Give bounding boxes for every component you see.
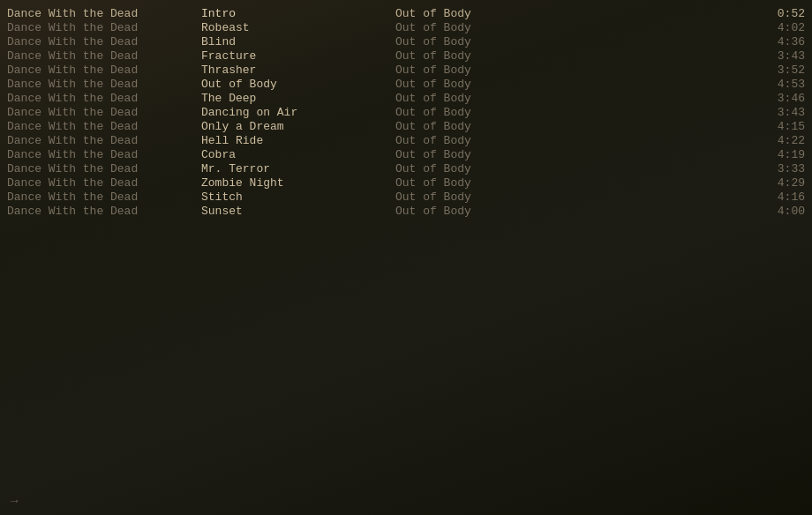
track-duration: 3:52 <box>752 63 805 78</box>
track-row[interactable]: Dance With the DeadSunsetOut of Body4:00 <box>0 205 812 219</box>
track-row[interactable]: Dance With the DeadThrasherOut of Body3:… <box>0 63 812 78</box>
track-artist: Dance With the Dead <box>7 106 201 120</box>
track-artist: Dance With the Dead <box>7 49 201 63</box>
track-duration: 3:43 <box>752 49 805 63</box>
track-duration: 4:00 <box>752 205 805 219</box>
track-artist: Dance With the Dead <box>7 120 201 134</box>
track-duration: 4:15 <box>752 120 805 134</box>
track-row[interactable]: Dance With the DeadStitchOut of Body4:16 <box>0 190 812 205</box>
track-row[interactable]: Dance With the DeadFractureOut of Body3:… <box>0 49 812 63</box>
track-row[interactable]: Dance With the DeadHell RideOut of Body4… <box>0 134 812 148</box>
track-row[interactable]: Dance With the DeadBlindOut of Body4:36 <box>0 35 812 49</box>
track-title: Robeast <box>201 21 395 35</box>
track-title: Cobra <box>201 148 395 162</box>
track-artist: Dance With the Dead <box>7 21 201 35</box>
track-title: Mr. Terror <box>201 162 395 176</box>
track-row[interactable]: Dance With the DeadDancing on AirOut of … <box>0 106 812 120</box>
track-artist: Dance With the Dead <box>7 134 201 148</box>
track-album: Out of Body <box>395 134 752 148</box>
track-row[interactable]: Dance With the DeadOut of BodyOut of Bod… <box>0 78 812 92</box>
track-album: Out of Body <box>395 176 752 190</box>
track-artist: Dance With the Dead <box>7 148 201 162</box>
track-duration: 4:29 <box>752 176 805 190</box>
track-artist: Dance With the Dead <box>7 176 201 190</box>
track-artist: Dance With the Dead <box>7 63 201 78</box>
track-title: Intro <box>201 7 395 21</box>
track-title: Dancing on Air <box>201 106 395 120</box>
track-title: The Deep <box>201 92 395 106</box>
track-title: Thrasher <box>201 63 395 78</box>
track-artist: Dance With the Dead <box>7 190 201 205</box>
track-duration: 4:36 <box>752 35 805 49</box>
track-album: Out of Body <box>395 205 752 219</box>
track-album: Out of Body <box>395 120 752 134</box>
track-title: Hell Ride <box>201 134 395 148</box>
track-row[interactable]: Dance With the DeadThe DeepOut of Body3:… <box>0 92 812 106</box>
track-duration: 3:46 <box>752 92 805 106</box>
track-row[interactable]: Dance With the DeadRobeastOut of Body4:0… <box>0 21 812 35</box>
track-duration: 4:22 <box>752 134 805 148</box>
track-duration: 0:52 <box>752 7 805 21</box>
track-row[interactable]: Dance With the DeadIntroOut of Body0:52 <box>0 7 812 21</box>
track-row[interactable]: Dance With the DeadCobraOut of Body4:19 <box>0 148 812 162</box>
track-row[interactable]: Dance With the DeadMr. TerrorOut of Body… <box>0 162 812 176</box>
track-album: Out of Body <box>395 148 752 162</box>
track-title: Out of Body <box>201 78 395 92</box>
track-title: Fracture <box>201 49 395 63</box>
track-title: Blind <box>201 35 395 49</box>
track-album: Out of Body <box>395 92 752 106</box>
track-artist: Dance With the Dead <box>7 162 201 176</box>
track-duration: 3:33 <box>752 162 805 176</box>
track-album: Out of Body <box>395 162 752 176</box>
track-duration: 4:53 <box>752 78 805 92</box>
track-album: Out of Body <box>395 190 752 205</box>
track-artist: Dance With the Dead <box>7 78 201 92</box>
track-title: Zombie Night <box>201 176 395 190</box>
track-album: Out of Body <box>395 7 752 21</box>
bottom-arrow-icon: → <box>11 494 18 508</box>
track-duration: 4:02 <box>752 21 805 35</box>
track-album: Out of Body <box>395 49 752 63</box>
track-artist: Dance With the Dead <box>7 7 201 21</box>
track-row[interactable]: Dance With the DeadZombie NightOut of Bo… <box>0 176 812 190</box>
track-duration: 3:43 <box>752 106 805 120</box>
track-title: Sunset <box>201 205 395 219</box>
track-album: Out of Body <box>395 21 752 35</box>
track-album: Out of Body <box>395 78 752 92</box>
track-artist: Dance With the Dead <box>7 92 201 106</box>
track-artist: Dance With the Dead <box>7 205 201 219</box>
track-duration: 4:16 <box>752 190 805 205</box>
track-album: Out of Body <box>395 63 752 78</box>
track-album: Out of Body <box>395 106 752 120</box>
track-row[interactable]: Dance With the DeadOnly a DreamOut of Bo… <box>0 120 812 134</box>
track-list: Dance With the DeadIntroOut of Body0:52D… <box>0 0 812 226</box>
track-duration: 4:19 <box>752 148 805 162</box>
track-title: Stitch <box>201 190 395 205</box>
track-album: Out of Body <box>395 35 752 49</box>
track-title: Only a Dream <box>201 120 395 134</box>
track-artist: Dance With the Dead <box>7 35 201 49</box>
